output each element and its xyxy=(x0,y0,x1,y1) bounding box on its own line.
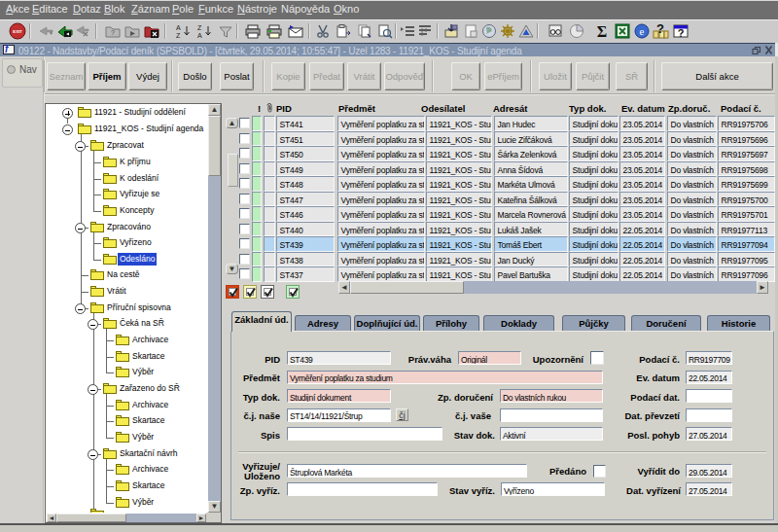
svg-text:?: ? xyxy=(111,29,115,36)
svg-text:A: A xyxy=(197,32,202,39)
svg-text:?: ? xyxy=(656,22,664,36)
svg-text:EXIT: EXIT xyxy=(13,29,22,34)
svg-text:Z: Z xyxy=(197,24,202,31)
svg-text:A: A xyxy=(176,24,181,31)
svg-text:Σ: Σ xyxy=(597,23,607,40)
svg-text:e: e xyxy=(640,25,645,37)
svg-text:Z: Z xyxy=(176,32,181,39)
svg-text:?: ? xyxy=(678,27,685,39)
